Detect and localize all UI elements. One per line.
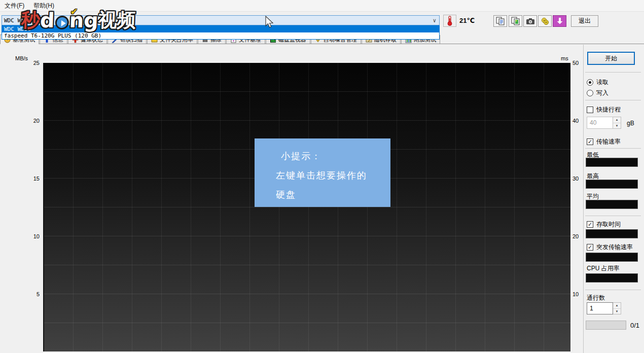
checkbox-checked-icon: ✓ [587,138,593,145]
max-value-display [586,180,638,189]
benchmark-graph [43,63,570,351]
separator [585,290,641,290]
disk-selector-value: WDC WD50 (500 [4,17,132,24]
disk-selector-combobox[interactable]: WDC WD50 (500 ∨ [2,15,440,25]
arrow-up-icon[interactable]: ▲ [613,117,621,123]
burst-rate-display [586,253,638,262]
menu-file[interactable]: 文件(F) [0,0,29,12]
hint-line: 左键单击想要操作的 [276,166,390,185]
menu-bar: 文件(F) 帮助(H) [0,0,644,12]
shortstroke-checkbox[interactable]: 快捷行程 [587,105,621,114]
stepper-arrows[interactable]: ▲▼ [613,117,621,129]
hint-tooltip: 小提示： 左键单击想要操作的 硬盘 [255,138,390,207]
left-axis-tick: 25 [27,60,40,66]
right-axis-tick: 20 [573,233,579,239]
start-button[interactable]: 开始 [587,52,635,65]
separator [585,148,641,149]
burst-rate-checkbox[interactable]: ✓ 突发传输速率 [587,243,633,252]
left-axis-tick: 10 [27,233,40,239]
pass-count-stepper[interactable]: 1 ▲▼ [587,302,621,314]
thermometer-icon [447,16,453,26]
checkbox-checked-icon: ✓ [587,244,593,251]
menu-help[interactable]: 帮助(H) [29,0,59,12]
left-axis-unit: MB/s [15,55,28,61]
download-arrow-icon [556,17,563,25]
temperature-value: 21℃ [459,17,475,24]
left-axis-tick: 20 [27,118,40,124]
disk-dropdown-item[interactable]: faspeed T6-120G PLUS (120 GB) [2,32,439,39]
chevron-down-icon: ∨ [433,17,436,24]
separator [585,216,641,216]
radio-icon [587,90,593,96]
arrow-up-icon[interactable]: ▲ [613,303,621,309]
options-button[interactable] [538,15,552,27]
left-axis-tick: 15 [27,175,40,182]
progress-bar [586,321,626,330]
transfer-rate-checkbox[interactable]: ✓ 传输速率 [587,137,621,146]
right-axis-tick: 10 [573,291,579,297]
disk-dropdown-list: WDC WD50 faspeed T6-120G PLUS (120 GB) [2,25,440,40]
right-axis-tick: 30 [573,175,579,182]
separator [585,100,641,100]
hint-line: 硬盘 [276,185,390,204]
copy-image-button[interactable] [509,15,522,27]
stepper-arrows[interactable]: ▲▼ [613,302,621,314]
panel-divider [583,45,584,353]
left-axis-tick: 5 [27,291,40,297]
gb-unit-label: gB [627,120,634,127]
separator [585,72,641,73]
screenshot-button[interactable] [523,15,537,27]
right-axis-unit: ms [561,55,568,61]
copy-text-button[interactable] [493,15,507,27]
right-axis-tick: 50 [573,60,579,66]
right-axis-tick: 40 [573,118,579,124]
coins-icon [541,17,550,25]
access-time-checkbox[interactable]: ✓ 存取时间 [587,220,621,229]
cpu-usage-label: CPU 占用率 [587,264,620,273]
min-value-display [586,158,638,167]
pass-count-label: 通行数 [587,294,605,302]
download-button[interactable] [553,15,566,27]
arrow-down-icon[interactable]: ▼ [613,123,621,129]
shortstroke-size-stepper[interactable]: 40 ▲▼ [587,117,621,129]
copy-icon [496,17,505,25]
exit-button[interactable]: 退出 [571,15,598,27]
checkbox-checked-icon: ✓ [587,221,593,228]
checkbox-icon [587,107,593,113]
write-radio[interactable]: 写入 [587,89,609,97]
avg-value-display [586,200,638,209]
copy-image-icon [511,17,520,25]
read-radio[interactable]: 读取 [587,78,609,87]
disk-dropdown-item[interactable]: WDC WD50 [2,26,439,32]
progress-count: 0/1 [630,322,639,329]
cpu-usage-display [586,273,638,283]
hint-line: 小提示： [276,147,390,166]
camera-icon [526,18,535,25]
temperature-indicator [443,15,456,27]
radio-selected-icon [587,79,593,86]
access-time-display [586,229,638,238]
arrow-down-icon[interactable]: ▼ [613,309,621,314]
